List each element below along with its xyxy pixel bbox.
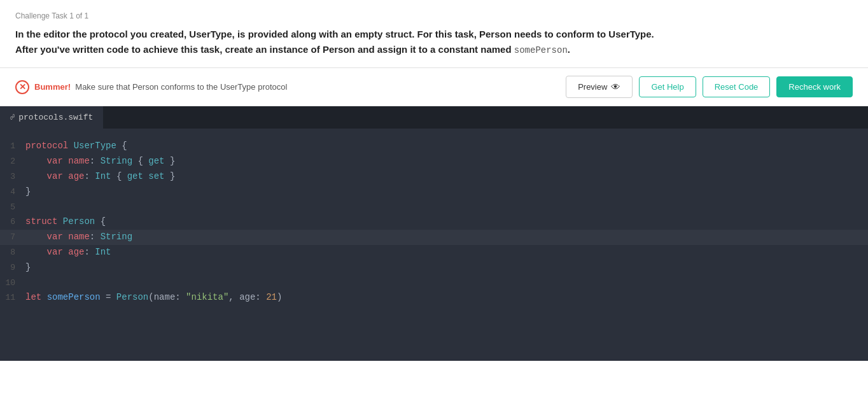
line-num-11: 11: [0, 291, 25, 305]
line-num-8: 8: [0, 246, 25, 260]
code-editor-section: ☍ protocols.swift 1 protocol UserType { …: [0, 106, 868, 361]
line-num-2: 2: [0, 155, 25, 169]
line-num-5: 5: [0, 200, 25, 214]
code-line-6: 6 struct Person {: [0, 214, 868, 230]
line-content-11: let somePerson = Person(name: "nikita", …: [25, 290, 868, 305]
task-text-2: After you've written code to achieve thi…: [15, 44, 514, 55]
task-description: In the editor the protocol you created, …: [15, 27, 853, 57]
tab-filename: protocols.swift: [18, 113, 93, 122]
line-content-9: }: [25, 260, 868, 276]
feedback-detail: Make sure that Person conforms to the Us…: [75, 82, 287, 92]
code-line-9: 9 }: [0, 260, 868, 276]
action-buttons: Preview 👁 Get Help Reset Code Recheck wo…: [566, 76, 853, 98]
line-num-1: 1: [0, 139, 25, 153]
error-icon: ✕: [15, 80, 29, 94]
line-content-2: var name: String { get }: [25, 154, 868, 169]
code-line-2: 2 var name: String { get }: [0, 154, 868, 169]
line-num-3: 3: [0, 170, 25, 184]
task-inline-code: somePerson: [514, 45, 568, 55]
get-help-label: Get Help: [651, 82, 683, 92]
get-help-button[interactable]: Get Help: [639, 76, 696, 97]
line-num-9: 9: [0, 261, 25, 275]
line-num-6: 6: [0, 215, 25, 229]
line-content-4: }: [25, 185, 868, 200]
preview-button[interactable]: Preview 👁: [566, 76, 633, 98]
editor-tab-protocols[interactable]: ☍ protocols.swift: [0, 106, 104, 129]
line-content-3: var age: Int { get set }: [25, 169, 868, 185]
recheck-button[interactable]: Recheck work: [776, 76, 853, 97]
reset-code-button[interactable]: Reset Code: [703, 76, 771, 97]
code-line-7: 7 var name: String: [0, 230, 868, 245]
line-num-10: 10: [0, 276, 25, 290]
eye-icon: 👁: [611, 81, 620, 92]
code-line-5: 5: [0, 200, 868, 215]
code-line-8: 8 var age: Int: [0, 245, 868, 260]
line-num-4: 4: [0, 185, 25, 199]
challenge-label: Challenge Task 1 of 1: [15, 11, 853, 20]
code-line-3: 3 var age: Int { get set }: [0, 169, 868, 185]
preview-label: Preview: [578, 82, 607, 92]
code-line-4: 4 }: [0, 185, 868, 200]
line-content-6: struct Person {: [25, 214, 868, 230]
reset-code-label: Reset Code: [715, 82, 759, 92]
line-content-5: [25, 200, 868, 215]
code-line-1: 1 protocol UserType {: [0, 139, 868, 154]
feedback-bar: ✕ Bummer! Make sure that Person conforms…: [0, 68, 868, 106]
line-num-7: 7: [0, 230, 25, 244]
bummer-label: Bummer!: [34, 82, 71, 92]
line-content-1: protocol UserType {: [25, 139, 868, 154]
code-line-11: 11 let somePerson = Person(name: "nikita…: [0, 290, 868, 305]
code-line-10: 10: [0, 276, 868, 291]
line-content-10: [25, 276, 868, 291]
feedback-message: Bummer! Make sure that Person conforms t…: [34, 82, 287, 92]
task-text-1: In the editor the protocol you created, …: [15, 29, 654, 39]
line-content-8: var age: Int: [25, 245, 868, 260]
task-text-3: .: [568, 44, 570, 55]
file-icon: ☍: [10, 113, 15, 122]
feedback-left: ✕ Bummer! Make sure that Person conforms…: [15, 80, 287, 94]
editor-tab-bar: ☍ protocols.swift: [0, 106, 868, 129]
line-content-7: var name: String: [25, 230, 868, 245]
recheck-label: Recheck work: [788, 82, 841, 92]
task-section: Challenge Task 1 of 1 In the editor the …: [0, 0, 868, 68]
code-editor[interactable]: 1 protocol UserType { 2 var name: String…: [0, 129, 868, 316]
